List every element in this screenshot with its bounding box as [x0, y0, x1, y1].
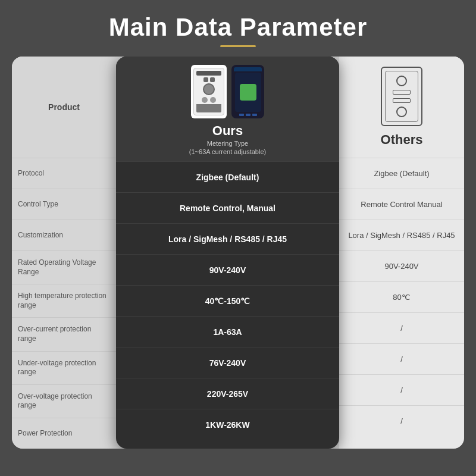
others-cell-6: /: [339, 343, 464, 374]
others-cell-7: /: [339, 374, 464, 405]
title-underline: [220, 45, 256, 47]
others-cell-1: Remote Control Manual: [339, 189, 464, 220]
row-label-8: Power Protection: [18, 429, 72, 439]
others-device-illustration: [381, 67, 422, 126]
label-cell-0: Protocol: [12, 158, 116, 189]
ours-cell-0: Zigbee (Default): [116, 161, 339, 192]
others-header: Others: [339, 57, 464, 158]
others-cell-3: 90V-240V: [339, 250, 464, 281]
others-value-7: /: [345, 386, 458, 394]
ours-value-2: Lora / SigMesh / RS485 / RJ45: [168, 234, 287, 244]
ours-column: Ours Metering Type (1~63A current adjust…: [116, 57, 339, 449]
ours-label: Ours: [212, 123, 243, 139]
others-cell-2: Lora / SigMesh / RS485 / RJ45: [339, 220, 464, 250]
comparison-table: Product ProtocolControl TypeCustomizatio…: [12, 57, 464, 449]
row-label-7: Over-voltage protection range: [18, 392, 110, 411]
others-cell-8: /: [339, 405, 464, 436]
label-cell-2: Customization: [12, 220, 116, 250]
ours-value-0: Zigbee (Default): [196, 173, 259, 182]
ours-cell-4: 40℃-150℃: [116, 285, 339, 316]
label-cell-7: Over-voltage protection range: [12, 384, 116, 418]
others-value-4: 80℃: [345, 293, 458, 302]
ours-cell-1: Remote Control, Manual: [116, 192, 339, 223]
ours-cell-3: 90V-240V: [116, 254, 339, 285]
label-cell-8: Power Protection: [12, 418, 116, 449]
row-label-6: Under-voltage protection range: [18, 359, 110, 377]
ours-value-5: 1A-63A: [213, 327, 242, 337]
others-value-6: /: [345, 355, 458, 364]
others-cell-0: Zigbee (Default): [339, 158, 464, 189]
ours-sublabel2: (1~63A current adjustable): [189, 148, 266, 155]
others-value-5: /: [345, 324, 458, 333]
others-cell-4: 80℃: [339, 281, 464, 312]
ours-value-7: 220V-265V: [207, 389, 248, 399]
row-label-0: Protocol: [18, 169, 44, 178]
others-value-8: /: [345, 416, 458, 425]
ours-cell-8: 1KW-26KW: [116, 409, 339, 440]
ours-value-4: 40℃-150℃: [205, 296, 250, 306]
label-cell-5: Over-current protection range: [12, 317, 116, 350]
label-cell-6: Under-voltage protection range: [12, 351, 116, 384]
others-column: Others Zigbee (Default)Remote Control Ma…: [339, 57, 464, 449]
row-label-1: Control Type: [18, 200, 58, 209]
ours-value-6: 76V-240V: [209, 358, 246, 368]
labels-column: Product ProtocolControl TypeCustomizatio…: [12, 57, 116, 449]
row-label-5: Over-current protection range: [18, 325, 110, 343]
app-illustration: [231, 65, 264, 118]
device-illustration: [191, 65, 227, 118]
others-value-3: 90V-240V: [345, 262, 458, 271]
others-cell-5: /: [339, 312, 464, 343]
row-label-2: Customization: [18, 231, 63, 240]
ours-cell-6: 76V-240V: [116, 347, 339, 378]
label-cell-1: Control Type: [12, 189, 116, 220]
ours-sublabel: Metering Type: [207, 140, 249, 147]
ours-cell-5: 1A-63A: [116, 316, 339, 347]
ours-cell-2: Lora / SigMesh / RS485 / RJ45: [116, 223, 339, 254]
others-value-2: Lora / SigMesh / RS485 / RJ45: [345, 231, 458, 240]
label-cell-3: Rated Operating Voltage Range: [12, 250, 116, 284]
product-label-header: Product: [12, 57, 116, 158]
product-images: [191, 65, 264, 118]
row-label-3: Rated Operating Voltage Range: [18, 258, 110, 277]
others-label: Others: [381, 132, 423, 148]
ours-value-8: 1KW-26KW: [205, 420, 249, 430]
row-label-4: High temperature protection range: [18, 292, 110, 310]
others-value-0: Zigbee (Default): [345, 169, 458, 178]
ours-value-3: 90V-240V: [209, 265, 246, 275]
ours-header: Ours Metering Type (1~63A current adjust…: [116, 57, 339, 161]
page-title: Main Data Parameter: [109, 0, 368, 45]
ours-cell-7: 220V-265V: [116, 378, 339, 409]
others-value-1: Remote Control Manual: [345, 200, 458, 209]
label-cell-4: High temperature protection range: [12, 284, 116, 317]
ours-value-1: Remote Control, Manual: [180, 203, 275, 213]
product-label: Product: [48, 102, 80, 112]
